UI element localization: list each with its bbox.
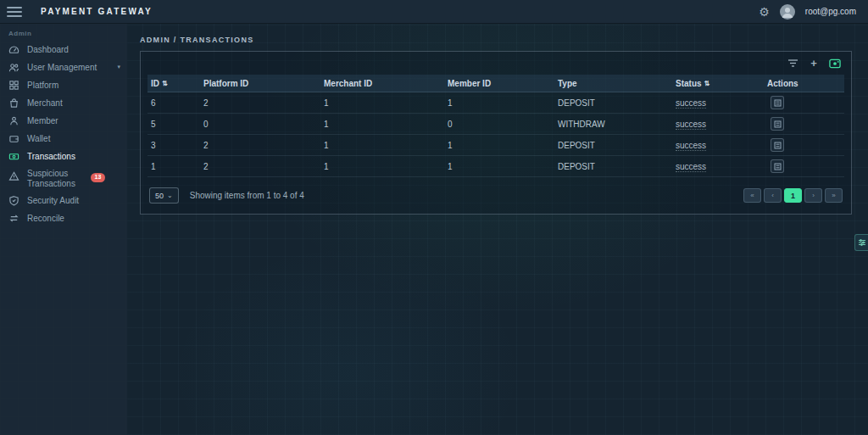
- sidebar-item-label: Security Audit: [27, 196, 120, 206]
- chevron-down-icon[interactable]: ▾: [117, 64, 120, 70]
- avatar[interactable]: [780, 4, 795, 20]
- column-header-actions: Actions: [764, 79, 844, 88]
- row-detail-button[interactable]: [771, 96, 784, 109]
- sidebar-item-user-management[interactable]: User Management ▾: [0, 59, 127, 76]
- table-row: 1 2 1 1 DEPOSIT success: [147, 156, 844, 177]
- table-toolbar: +: [147, 52, 844, 75]
- suspicious-count-badge: 13: [91, 173, 105, 182]
- sidebar-item-wallet[interactable]: Wallet: [0, 130, 127, 148]
- table-row: 5 0 1 0 WITHDRAW success: [147, 114, 844, 135]
- cell-member-id: 1: [444, 98, 554, 108]
- cell-type: DEPOSIT: [554, 162, 672, 171]
- cell-type: WITHDRAW: [554, 120, 672, 129]
- first-page-button[interactable]: «: [743, 188, 761, 203]
- cell-status: success: [672, 98, 764, 108]
- transactions-banknote-icon: [8, 151, 19, 162]
- column-header-id[interactable]: ID⇅: [147, 79, 200, 88]
- cell-id: 1: [147, 162, 200, 171]
- cell-merchant-id: 1: [320, 120, 444, 129]
- filter-icon[interactable]: [787, 58, 798, 70]
- page-1-button[interactable]: 1: [784, 188, 802, 203]
- cell-id: 5: [147, 120, 200, 129]
- gear-icon[interactable]: ⚙: [759, 6, 770, 18]
- cell-type: DEPOSIT: [554, 98, 672, 108]
- cell-id: 3: [147, 141, 200, 150]
- sidebar-item-label: Reconcile: [27, 214, 120, 224]
- sidebar-item-member[interactable]: Member: [0, 112, 127, 130]
- row-detail-button[interactable]: [771, 138, 784, 152]
- table-header-row: ID⇅ Platform ID Merchant ID Member ID Ty…: [147, 75, 844, 92]
- sidebar-item-platform[interactable]: Platform: [0, 76, 127, 94]
- chevron-down-icon: ⌄: [167, 192, 173, 199]
- column-header-type: Type: [554, 79, 672, 88]
- wallet-icon: [8, 133, 19, 144]
- table-row: 3 2 1 1 DEPOSIT success: [147, 135, 844, 156]
- sidebar-item-label: Member: [27, 116, 120, 126]
- transactions-table: ID⇅ Platform ID Merchant ID Member ID Ty…: [147, 75, 844, 177]
- cell-member-id: 1: [444, 162, 554, 171]
- pagination: « ‹ 1 › »: [743, 188, 843, 203]
- sort-icon[interactable]: ⇅: [704, 80, 710, 87]
- cell-platform-id: 0: [200, 120, 320, 129]
- prev-page-button[interactable]: ‹: [764, 188, 782, 203]
- app-title: PAYMENT GATEWAY: [41, 7, 153, 16]
- hamburger-menu-icon[interactable]: [7, 7, 22, 17]
- user-email: root@pg.com: [805, 7, 856, 16]
- column-header-member-id: Member ID: [444, 79, 554, 88]
- cell-id: 6: [147, 98, 200, 108]
- cell-member-id: 1: [444, 141, 554, 150]
- cell-merchant-id: 1: [320, 98, 444, 108]
- sidebar-item-label: Wallet: [27, 134, 120, 144]
- users-icon: [8, 62, 19, 73]
- sidebar-item-transactions[interactable]: Transactions: [0, 148, 127, 165]
- sidebar-item-label: Dashboard: [27, 45, 120, 55]
- merchant-bag-icon: [8, 98, 19, 109]
- pagination-summary: Showing items from 1 to 4 of 4: [190, 191, 304, 200]
- member-person-icon: [8, 115, 19, 126]
- warning-triangle-icon: [8, 170, 19, 181]
- cell-merchant-id: 1: [320, 162, 444, 171]
- sidebar-item-suspicious-transactions[interactable]: Suspicious Transactions 13: [0, 165, 127, 192]
- sidebar-item-dashboard[interactable]: Dashboard: [0, 41, 127, 59]
- cell-platform-id: 2: [200, 141, 320, 150]
- cell-status: success: [672, 120, 764, 129]
- sidebar-item-merchant[interactable]: Merchant: [0, 94, 127, 112]
- sidebar-item-label: Platform: [27, 81, 120, 91]
- page-size-select[interactable]: 50 ⌄: [149, 187, 179, 204]
- row-detail-button[interactable]: [771, 117, 784, 131]
- dashboard-icon: [8, 44, 19, 55]
- cell-status: success: [672, 162, 764, 171]
- breadcrumb: ADMIN / TRANSACTIONS: [140, 36, 852, 44]
- shield-icon: [8, 195, 19, 206]
- next-page-button[interactable]: ›: [804, 188, 822, 203]
- sidebar-item-label: Suspicious Transactions: [27, 169, 83, 188]
- column-header-platform-id: Platform ID: [200, 79, 320, 88]
- add-icon[interactable]: +: [808, 58, 820, 70]
- cell-platform-id: 2: [200, 98, 320, 108]
- table-row: 6 2 1 1 DEPOSIT success: [147, 92, 844, 114]
- sidebar-section-label: Admin: [0, 30, 127, 41]
- table-footer: 50 ⌄ Showing items from 1 to 4 of 4 « ‹ …: [147, 177, 844, 214]
- sidebar-item-label: Transactions: [27, 152, 120, 162]
- reconcile-arrows-icon: [8, 213, 19, 224]
- top-bar: PAYMENT GATEWAY ⚙ root@pg.com: [0, 0, 868, 24]
- table-settings-flyout-button[interactable]: [854, 234, 868, 251]
- last-page-button[interactable]: »: [825, 188, 843, 203]
- sidebar-item-security-audit[interactable]: Security Audit: [0, 192, 127, 209]
- sort-icon[interactable]: ⇅: [162, 80, 168, 87]
- row-detail-button[interactable]: [771, 159, 784, 173]
- cell-merchant-id: 1: [320, 141, 444, 150]
- platform-grid-icon: [8, 80, 19, 91]
- sidebar-item-label: Merchant: [27, 98, 120, 109]
- transactions-panel: + ID⇅ Platform ID Merchant ID Member ID …: [140, 51, 852, 215]
- column-header-status[interactable]: Status⇅: [672, 79, 764, 88]
- cell-status: success: [672, 141, 764, 150]
- sidebar: Admin Dashboard User Management ▾ Platfo…: [0, 24, 127, 435]
- sidebar-item-label: User Management: [27, 63, 109, 73]
- sidebar-item-reconcile[interactable]: Reconcile: [0, 209, 127, 227]
- cell-platform-id: 2: [200, 162, 320, 171]
- export-icon[interactable]: [829, 58, 841, 70]
- main-content: ADMIN / TRANSACTIONS + ID⇅ Platform ID M…: [127, 24, 868, 435]
- cell-type: DEPOSIT: [554, 141, 672, 150]
- app-body: Admin Dashboard User Management ▾ Platfo…: [0, 24, 868, 435]
